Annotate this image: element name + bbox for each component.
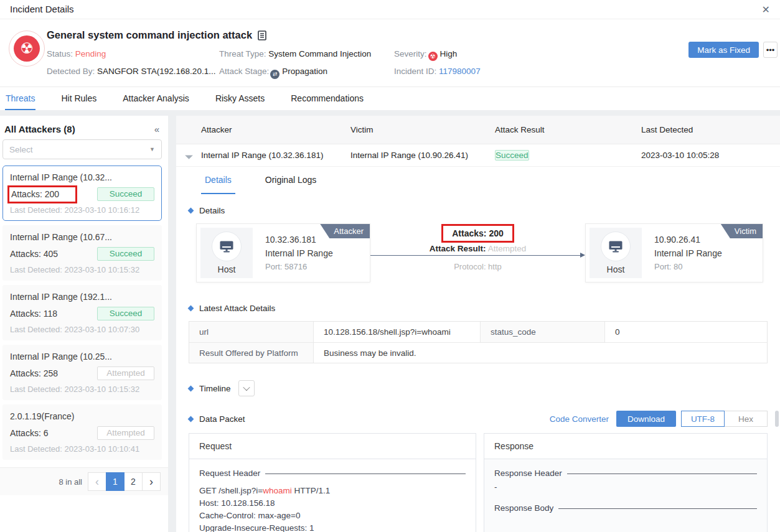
code-converter-link[interactable]: Code Converter [550, 414, 609, 424]
victim-node: Host 10.90.26.41 Internal IP Range Port:… [585, 223, 763, 282]
node-type-label: Host [607, 264, 625, 274]
latest-attack-section-header: Latest Attack Details [189, 304, 768, 313]
page-1-button[interactable]: 1 [106, 472, 125, 491]
diamond-bullet-icon [188, 416, 194, 422]
kv-key: Result Offered by Platform [189, 342, 314, 363]
tab-hit-rules[interactable]: Hit Rules [60, 87, 97, 110]
diamond-bullet-icon [188, 385, 194, 391]
request-header-label: Request Header [199, 467, 260, 480]
diamond-bullet-icon [188, 306, 194, 312]
threat-type-label: Threat Type: [219, 49, 266, 58]
attacker-name: Internal IP Range (10.67... [10, 232, 154, 242]
request-panel-title: Request [189, 434, 476, 459]
hex-toggle-button[interactable]: Hex [724, 411, 768, 427]
section-rule [265, 474, 466, 474]
details-section-header: Details [189, 206, 768, 215]
response-header-content: - [494, 481, 757, 493]
tab-risky-assets[interactable]: Risky Assets [215, 87, 265, 110]
attacker-card[interactable]: Internal IP Range (10.25... Attacks: 258… [2, 345, 162, 400]
result-badge: Attempted [97, 426, 154, 440]
kv-value: 0 [605, 322, 767, 342]
response-panel-title: Response [484, 434, 767, 459]
severity-high-icon: ☢ [428, 52, 438, 61]
tab-details[interactable]: Details [201, 167, 235, 194]
attacker-name: Internal IP Range (10.25... [10, 352, 154, 362]
attack-stage-field: Attack Stage:⇄Propagation [219, 67, 394, 79]
incident-id-label: Incident ID: [394, 67, 436, 76]
table-row[interactable]: Internal IP Range (10.32.36.181) Interna… [176, 144, 780, 167]
tab-attacker-analysis[interactable]: Attacker Analysis [122, 87, 190, 110]
diamond-bullet-icon [188, 208, 194, 214]
select-placeholder: Select [9, 145, 33, 154]
attacker-card[interactable]: Internal IP Range (10.67... Attacks: 405… [2, 225, 162, 281]
detail-tabs: Details Original Logs [189, 167, 768, 194]
tab-recommendations[interactable]: Recommendations [290, 87, 364, 110]
section-rule [558, 508, 757, 509]
attacker-card[interactable]: 2.0.1.19(France) Attacks: 6 Attempted La… [2, 404, 162, 460]
attacker-filter-select[interactable]: Select ▼ [2, 139, 162, 159]
expanded-row-detail: Details Original Logs Details Host [176, 167, 780, 532]
highlighted-command: whoami [263, 486, 292, 495]
attackers-header: All Attackers (8) [4, 124, 75, 134]
column-attack-result: Attack Result [495, 125, 641, 134]
attacker-port: Port: 58716 [265, 260, 333, 274]
data-packet-controls: Code Converter Download UTF-8 Hex [550, 411, 768, 427]
result-badge: Succeed [97, 247, 154, 261]
request-line: Upgrade-Insecure-Requests: 1 [199, 522, 466, 532]
attack-arrow-line [370, 255, 584, 256]
attack-stage-label: Attack Stage: [219, 67, 269, 76]
tab-original-logs[interactable]: Original Logs [261, 167, 321, 194]
result-badge: Succeed [97, 307, 154, 320]
more-actions-button[interactable]: ••• [763, 42, 778, 58]
copy-document-icon[interactable] [258, 30, 266, 40]
mark-as-fixed-button[interactable]: Mark as Fixed [688, 42, 759, 58]
download-button[interactable]: Download [616, 411, 676, 427]
victim-port: Port: 80 [654, 260, 722, 274]
edge-result-label: Attack Result: [430, 244, 486, 253]
latest-attack-table: url 10.128.156.18/shell.jsp?i=whoami sta… [189, 321, 768, 363]
response-panel: Response Response Header - Response Body [484, 433, 768, 532]
last-detected: Last Detected: 2023-03-10 10:15:32 [10, 265, 154, 274]
attack-edge: Attacks: 200 Attack Result: Attempted Pr… [370, 223, 585, 282]
close-icon[interactable]: ✕ [758, 2, 774, 17]
timeline-expand-button[interactable] [238, 380, 255, 396]
edge-result-value: Attempted [488, 244, 527, 253]
next-page-button[interactable]: › [142, 472, 161, 491]
response-header-label: Response Header [494, 467, 562, 480]
section-title: Timeline [199, 384, 231, 393]
attacker-card[interactable]: Internal IP Range (10.32... Attacks: 200… [2, 166, 162, 221]
prev-page-button[interactable]: ‹ [88, 472, 106, 491]
request-line: GET /shell.jsp?i=whoami HTTP/1.1 [199, 485, 466, 497]
victim-range: Internal IP Range [654, 246, 722, 260]
collapse-sidebar-icon[interactable]: « [152, 124, 162, 134]
threat-type-field: Threat Type: System Command Injection [219, 49, 394, 61]
attacker-card[interactable]: Internal IP Range (192.1... Attacks: 118… [2, 285, 162, 340]
tab-threats[interactable]: Threats [5, 87, 35, 110]
section-rule [567, 474, 757, 474]
attack-count: Attacks: 405 [10, 249, 58, 259]
result-badge: Attempted [97, 366, 154, 380]
red-annotation-box: Attacks: 200 [7, 185, 77, 203]
sidebar-pagination: 8 in all ‹ 1 2 › [0, 467, 168, 495]
incident-id-value: 117980007 [439, 67, 481, 76]
threat-detail-main: Attacker Victim Attack Result Last Detec… [176, 116, 780, 532]
request-header-content: GET /shell.jsp?i=whoami HTTP/1.1 Host: 1… [199, 485, 466, 532]
utf8-toggle-button[interactable]: UTF-8 [681, 411, 725, 427]
page-title: Incident Details [10, 4, 74, 14]
column-victim: Victim [350, 125, 495, 134]
chevron-down-icon [243, 384, 250, 391]
incident-info-grid: Status: Pending Threat Type: System Comm… [47, 49, 631, 79]
status-value: Pending [75, 49, 106, 58]
host-icon [601, 231, 631, 261]
request-line: Cache-Control: max-age=0 [199, 510, 466, 522]
row-expander-icon[interactable] [185, 151, 193, 159]
attacks-count-annotated: Attacks: 200 [441, 224, 514, 243]
edge-protocol: Protocol: http [370, 262, 585, 271]
scrollbar-thumb[interactable] [775, 411, 779, 427]
threats-panel: All Attackers (8) « Select ▼ Internal IP… [0, 116, 780, 532]
last-detected: Last Detected: 2023-03-10 10:15:32 [10, 385, 154, 394]
host-icon [212, 231, 242, 261]
last-detected: Last Detected: 2023-03-10 10:07:30 [10, 325, 154, 334]
kv-value: 10.128.156.18/shell.jsp?i=whoami [314, 322, 481, 342]
page-2-button[interactable]: 2 [124, 472, 143, 491]
